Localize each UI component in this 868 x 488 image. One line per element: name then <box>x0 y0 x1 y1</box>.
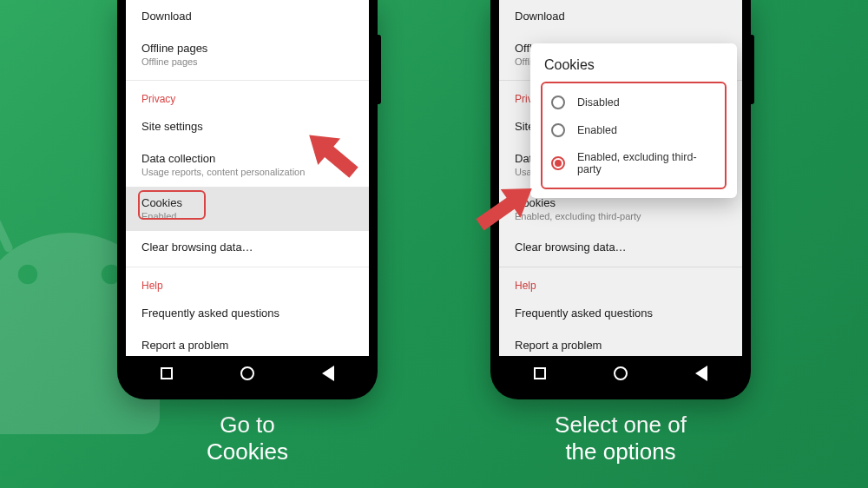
android-navbar <box>499 356 742 391</box>
nav-back[interactable] <box>320 366 336 381</box>
nav-home[interactable] <box>240 366 255 381</box>
label: Frequently asked questions <box>141 307 353 320</box>
cookies-dialog: Cookies Disabled Enabled Enabled, exc <box>530 43 737 198</box>
section-help: Help <box>126 267 369 297</box>
caption-left: Go to Cookies <box>207 412 288 465</box>
nav-home[interactable] <box>613 366 628 381</box>
svg-marker-5 <box>298 122 365 186</box>
caption-right: Select one of the options <box>555 412 687 465</box>
label: Cookies <box>141 196 353 209</box>
item-offline-pages[interactable]: Offline pages Offline pages <box>126 32 369 76</box>
item-report[interactable]: Report a problem <box>126 329 369 356</box>
nav-back[interactable] <box>694 366 709 381</box>
sublabel: Offline pages <box>141 56 353 67</box>
item-faq[interactable]: Frequently asked questions <box>126 297 369 329</box>
arrow-icon <box>464 174 542 243</box>
radio-icon <box>551 123 565 137</box>
sublabel: Enabled <box>141 211 353 221</box>
item-cookies[interactable]: Cookies Enabled <box>126 187 369 231</box>
radio-label: Enabled, excluding third-party <box>577 151 716 175</box>
radio-group-highlight: Disabled Enabled Enabled, excluding thir… <box>541 82 727 189</box>
radio-label: Disabled <box>577 96 620 109</box>
item-clear-browsing[interactable]: Clear browsing data… <box>126 231 369 263</box>
label: Clear browsing data… <box>141 241 353 254</box>
label: Download <box>141 10 353 23</box>
arrow-icon <box>298 120 367 189</box>
radio-icon-selected <box>551 156 565 170</box>
android-navbar <box>126 356 369 391</box>
phone-right: Download Offline pages Offline pages Pri… <box>490 0 751 399</box>
item-download[interactable]: Download <box>126 0 369 32</box>
radio-option-enabled-excl[interactable]: Enabled, excluding third-party <box>546 144 721 182</box>
nav-recent[interactable] <box>159 366 174 381</box>
nav-recent[interactable] <box>532 366 548 381</box>
radio-option-enabled[interactable]: Enabled <box>546 116 721 144</box>
radio-option-disabled[interactable]: Disabled <box>546 89 721 116</box>
label: Offline pages <box>141 42 353 55</box>
svg-marker-6 <box>470 175 542 240</box>
section-privacy: Privacy <box>126 80 369 110</box>
phone-left: Download Offline pages Offline pages Pri… <box>117 0 378 399</box>
radio-label: Enabled <box>577 124 617 136</box>
radio-icon <box>551 96 565 109</box>
dialog-title: Cookies <box>541 57 727 73</box>
label: Report a problem <box>141 339 353 352</box>
